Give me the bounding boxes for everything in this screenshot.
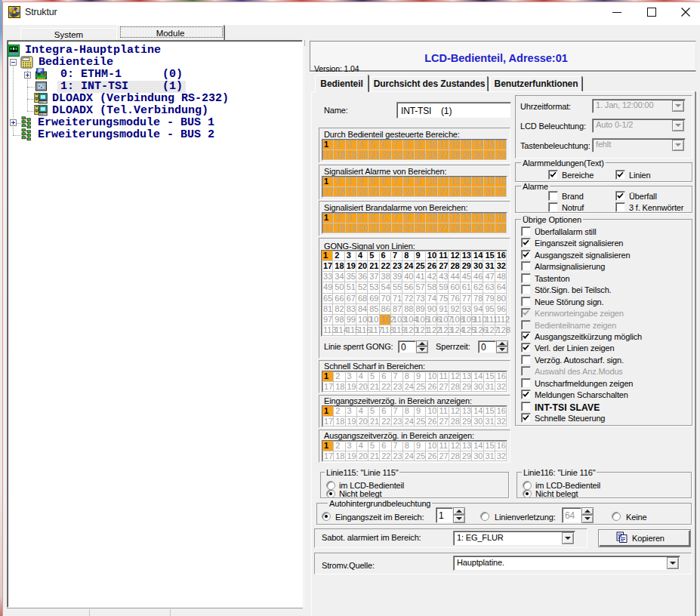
svg-text:IP: IP bbox=[38, 68, 43, 73]
